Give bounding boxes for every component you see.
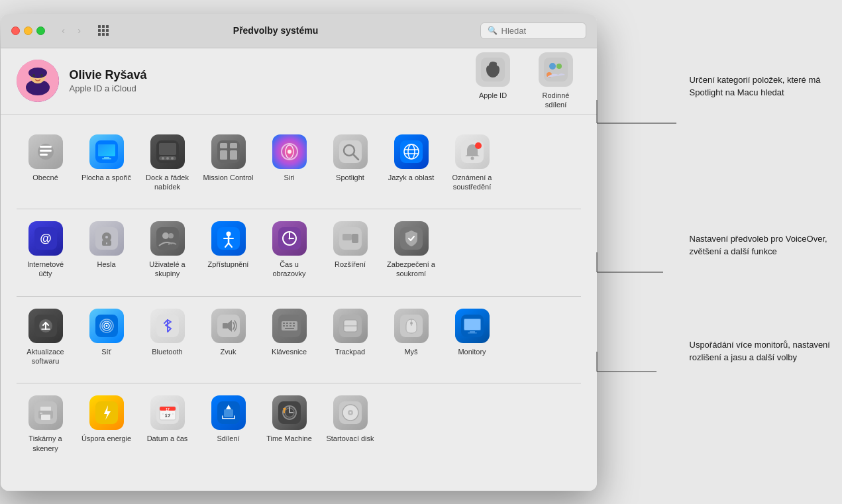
- pref-item-screentime[interactable]: Čas u obrazovky: [260, 215, 319, 285]
- svg-rect-29: [220, 143, 227, 148]
- svg-point-100: [410, 322, 413, 325]
- pref-label-trackpad: Trackpad: [335, 347, 365, 356]
- svg-rect-31: [220, 150, 227, 160]
- svg-point-27: [171, 157, 174, 160]
- search-box[interactable]: 🔍: [480, 23, 586, 39]
- svg-rect-105: [468, 332, 477, 334]
- pref-item-internet[interactable]: @ Internetové účty: [17, 215, 75, 285]
- family-sharing-button[interactable]: Rodinné sdílení: [531, 52, 581, 110]
- section-1: Obecné: [17, 128, 581, 199]
- search-input[interactable]: [501, 26, 579, 36]
- pref-item-spotlight[interactable]: Spotlight: [321, 128, 380, 199]
- svg-rect-104: [470, 331, 475, 332]
- svg-point-4: [32, 74, 35, 77]
- pref-item-general[interactable]: Obecné: [17, 128, 75, 199]
- pref-label-security: Zabezpečení a soukromí: [386, 260, 437, 279]
- svg-rect-21: [102, 158, 111, 160]
- pref-label-notifications: Oznámení a soustředění: [447, 173, 498, 192]
- pref-label-sharing: Sdílení: [217, 434, 239, 443]
- family-sharing-label: Rodinné sdílení: [531, 91, 581, 110]
- pref-item-keyboard[interactable]: Klávesnice: [260, 302, 319, 373]
- pref-item-trackpad[interactable]: Trackpad: [321, 302, 380, 373]
- search-icon: 🔍: [488, 26, 498, 35]
- pref-icon-passwords: [89, 221, 124, 256]
- pref-item-language[interactable]: Jazyk a oblast: [382, 128, 441, 199]
- pref-label-mouse: Myš: [404, 347, 417, 356]
- svg-rect-32: [230, 150, 237, 160]
- pref-icon-timemachine: [272, 395, 307, 430]
- svg-rect-122: [224, 409, 233, 417]
- pref-label-spotlight: Spotlight: [336, 173, 364, 182]
- svg-rect-90: [283, 325, 285, 327]
- pref-item-sharing[interactable]: Sdílení: [199, 389, 258, 460]
- svg-rect-30: [230, 143, 237, 148]
- svg-rect-51: [106, 242, 107, 244]
- pref-item-printers[interactable]: Tiskárny a skenery: [17, 389, 75, 460]
- maximize-button[interactable]: [36, 26, 45, 35]
- prefs-grid-3: Aktualizace softwaru: [17, 302, 581, 373]
- pref-item-passwords[interactable]: Hesla: [78, 215, 136, 285]
- svg-point-7: [494, 62, 497, 65]
- pref-item-siri[interactable]: Siri: [260, 128, 319, 199]
- section-3: Aktualizace softwaru: [17, 302, 581, 373]
- svg-rect-94: [285, 328, 294, 329]
- pref-item-notifications[interactable]: Oznámení a soustředění: [443, 128, 501, 199]
- apple-id-button[interactable]: Apple ID: [468, 52, 518, 110]
- pref-label-sound: Zvuk: [221, 347, 237, 356]
- svg-rect-103: [464, 319, 480, 330]
- close-button[interactable]: [11, 26, 20, 35]
- pref-item-users[interactable]: Uživatelé a skupiny: [138, 215, 197, 285]
- svg-rect-14: [40, 146, 52, 148]
- pref-item-mission[interactable]: Mission Control: [199, 128, 258, 199]
- pref-item-accessibility[interactable]: Zpřístupnění: [199, 215, 258, 285]
- svg-point-45: [470, 156, 474, 160]
- pref-icon-network: [89, 309, 124, 343]
- pref-item-desktop[interactable]: Plocha a spořič: [78, 128, 136, 199]
- svg-rect-23: [159, 143, 176, 155]
- pref-item-monitors[interactable]: Monitory: [443, 302, 501, 373]
- pref-item-security[interactable]: Zabezpečení a soukromí: [382, 215, 441, 285]
- divider-1: [17, 209, 581, 209]
- svg-rect-8: [544, 58, 568, 81]
- family-sharing-icon: [539, 52, 573, 87]
- back-button[interactable]: ‹: [57, 24, 70, 37]
- pref-label-language: Jazyk a oblast: [388, 173, 435, 182]
- pref-label-monitors: Monitory: [458, 347, 486, 356]
- pref-icon-security: [394, 221, 429, 256]
- svg-rect-92: [289, 325, 291, 327]
- svg-rect-109: [41, 415, 50, 420]
- svg-rect-110: [40, 413, 42, 414]
- pref-label-passwords: Hesla: [97, 260, 115, 269]
- forward-button[interactable]: ›: [73, 24, 86, 37]
- pref-item-dock[interactable]: Dock a řádek nabídek: [138, 128, 197, 199]
- user-name: Olivie Ryšavá: [70, 68, 468, 82]
- annotation-2: Nastavení předvoleb pro VoiceOver, zvětš…: [690, 232, 842, 258]
- pref-item-extensions[interactable]: Rozšíření: [321, 215, 380, 285]
- svg-point-79: [105, 325, 107, 327]
- prefs-content: Obecné: [1, 115, 597, 491]
- user-section: Olivie Ryšavá Apple ID a iCloud Apple ID: [1, 48, 597, 115]
- apple-id-icon: [476, 52, 510, 87]
- svg-point-10: [556, 64, 562, 69]
- pref-icon-mission: [211, 134, 246, 169]
- avatar[interactable]: [17, 60, 59, 102]
- pref-item-software[interactable]: Aktualizace softwaru: [17, 302, 75, 373]
- user-actions: Apple ID Rodinné sdílení: [468, 52, 581, 110]
- pref-item-datetime[interactable]: 17 17 Datum a čas: [138, 389, 197, 460]
- pref-item-network[interactable]: Síť: [78, 302, 136, 373]
- pref-label-screentime: Čas u obrazovky: [264, 260, 315, 279]
- pref-item-energy[interactable]: Úspora energie: [78, 389, 136, 460]
- pref-item-timemachine[interactable]: Time Machine: [260, 389, 319, 460]
- pref-item-bluetooth[interactable]: Bluetooth: [138, 302, 197, 373]
- pref-icon-siri: [272, 134, 307, 169]
- prefs-grid-1: Obecné: [17, 128, 581, 199]
- svg-point-54: [168, 233, 174, 238]
- pref-item-sound[interactable]: Zvuk: [199, 302, 258, 373]
- pref-item-mouse[interactable]: Myš: [382, 302, 441, 373]
- svg-point-65: [288, 238, 290, 240]
- minimize-button[interactable]: [24, 26, 32, 35]
- prefs-grid-4: Tiskárny a skenery Úspora energie: [17, 389, 581, 460]
- svg-rect-86: [283, 323, 285, 324]
- pref-icon-monitors: [455, 309, 490, 343]
- pref-item-startup[interactable]: Startovací disk: [321, 389, 380, 460]
